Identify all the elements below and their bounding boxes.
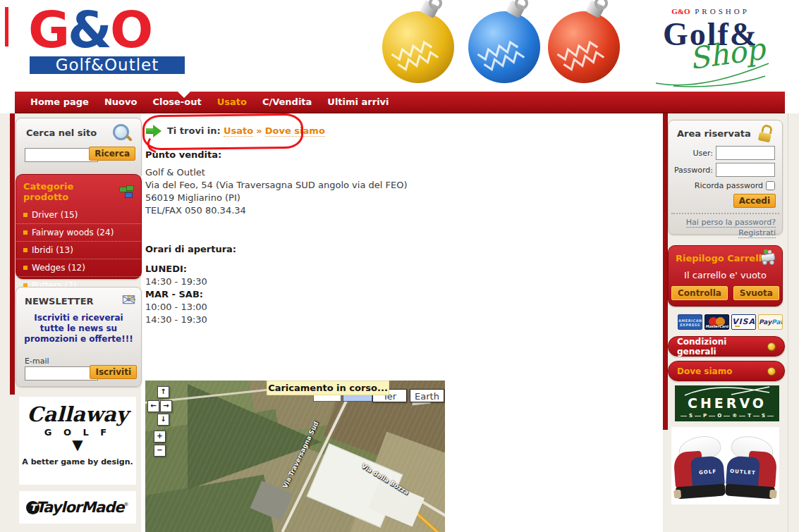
categories-title: Categorie prodotto [23, 181, 119, 202]
remember-row: Ricorda password [695, 181, 775, 190]
hours-line: 14:30 - 19:30 [145, 276, 357, 288]
nav-item-cvendita[interactable]: C/Vendita [255, 97, 319, 107]
chervo-letter: O [717, 413, 721, 419]
chervo-letter: S [689, 413, 693, 419]
category-item-wedges[interactable]: Wedges (12) [16, 259, 141, 277]
category-item-ibridi[interactable]: Ibridi (13) [16, 242, 141, 259]
map-pan-down[interactable]: ↓ [157, 414, 169, 426]
hours-line: LUNEDI: [145, 263, 357, 276]
hours-line: 14:30 - 19:30 [145, 314, 357, 326]
category-label: Driver (15) [32, 210, 78, 220]
site-logo[interactable]: G&O Golf&Outlet [28, 3, 185, 74]
paypal-text: PayPal [759, 315, 782, 329]
category-label: Wedges (12) [32, 263, 85, 273]
hours-heading: Orari di apertura: [145, 244, 236, 254]
search-input[interactable] [25, 148, 98, 162]
map-zoom-in[interactable]: + [154, 431, 166, 443]
login-title: Area riservata [677, 128, 751, 139]
callaway-name: Callaway [19, 402, 136, 426]
subscribe-button[interactable]: Iscriviti [90, 365, 137, 379]
ball-zigzag [468, 11, 540, 83]
bullet-icon [23, 213, 28, 217]
proshop-flourish [652, 62, 772, 87]
cart-buttons: Controlla Svuota [669, 286, 782, 300]
bullet-icon [23, 266, 28, 270]
golf-shoes-image: GOLF OUTLET [671, 427, 779, 505]
chervo-letter: ® [732, 413, 737, 419]
visa-gold-mark [735, 326, 740, 327]
register-link[interactable]: Registrati [738, 228, 776, 237]
map-pan-up[interactable]: ↑ [157, 386, 169, 398]
callaway-tagline: A better game by design. [19, 457, 136, 466]
cart-icon [760, 249, 776, 265]
visa-text: VISA [732, 315, 755, 329]
map-pan-left[interactable]: ← [147, 400, 159, 412]
shoe-heel-tip [769, 490, 777, 499]
cart-clear-button[interactable]: Svuota [733, 286, 779, 300]
hours-line: MAR - SAB: [145, 288, 357, 301]
chervo-logo: CHERVO S P O ® T S [675, 385, 779, 421]
shoe-right: OUTLET [725, 434, 779, 500]
password-input[interactable] [716, 163, 775, 177]
christmas-ball-gold [382, 11, 454, 83]
search-button[interactable]: Ricerca [89, 147, 135, 161]
where-we-are-button[interactable]: Dove siamo [668, 361, 785, 381]
cart-box: Riepilogo Carrello Il carrello e' vuoto … [668, 245, 783, 307]
map-zoom-out[interactable]: − [154, 445, 166, 457]
newsletter-promo: Iscriviti e riceverai tutte le news su p… [23, 313, 134, 345]
chervo-line [695, 416, 701, 416]
category-label: Ibridi (13) [32, 245, 73, 255]
user-input[interactable] [716, 146, 775, 160]
conditions-label: Condizioni generali [677, 337, 767, 357]
forgot-password-link[interactable]: Hai perso la password? [686, 218, 776, 227]
newsletter-box: NEWSLETTER ✉✎ Iscriviti e riceverai tutt… [16, 287, 142, 387]
conditions-button[interactable]: Condizioni generali [668, 336, 785, 357]
nav-item-closeout[interactable]: Close-out [145, 97, 209, 107]
map-pan-right[interactable]: → [160, 400, 172, 412]
header-red-accent [5, 7, 8, 47]
yellow-dot-icon [767, 367, 776, 376]
store-heading: Punto vendita: [145, 149, 221, 160]
main-navigation: Home page Nuovo Close-out Usato C/Vendit… [15, 92, 785, 113]
shoe-navy-panel: OUTLET [726, 456, 760, 488]
proshop-word: PROSHOP [695, 7, 750, 16]
forgot-password-label: Hai perso la password? [686, 218, 776, 228]
bullet-icon [23, 248, 28, 252]
category-item-driver[interactable]: Driver (15) [16, 206, 141, 224]
nav-item-usato[interactable]: Usato [209, 97, 255, 107]
christmas-ball-red [548, 11, 620, 83]
amex-text: EXPRESS [678, 323, 702, 327]
chervo-sub: S P O ® T S [675, 411, 779, 419]
category-label: Fairway woods (24) [32, 228, 114, 237]
proshop-topline: G&O PROSHOP [638, 7, 783, 16]
email-input[interactable] [25, 366, 98, 381]
store-name: Golf & Outlet [145, 166, 540, 179]
nav-item-ultimi-arrivi[interactable]: Ultimi arrivi [319, 97, 396, 107]
map[interactable]: Via Traversagna Sud Via della Bozza ↑ ← … [145, 381, 445, 532]
payment-methods: AMERICAN EXPRESS MasterCard VISA PayPal [678, 314, 783, 330]
proshop-logo: G&O PROSHOP Golf& Shop [638, 7, 783, 88]
search-box: Cerca nel sito Ricerca [16, 118, 142, 180]
logo-letter-o: O [110, 0, 151, 59]
cart-wheel [769, 260, 774, 265]
nav-active-notch [178, 92, 190, 98]
right-edge-line [788, 113, 788, 532]
map-loading-banner: Caricamento in corso... [267, 381, 389, 395]
chervo-letter: S [762, 413, 765, 419]
nav-item-nuovo[interactable]: Nuovo [97, 97, 145, 107]
ball-zigzag [382, 11, 454, 83]
sitemap-icon [119, 185, 134, 198]
login-button[interactable]: Accedi [733, 194, 776, 208]
map-type-earth-button[interactable]: Earth [410, 389, 444, 402]
category-item-fairway[interactable]: Fairway woods (24) [16, 224, 141, 242]
cart-check-button[interactable]: Controlla [671, 286, 728, 300]
cart-title: Riepilogo Carrello [676, 253, 768, 264]
mail-icon: ✉✎ [121, 290, 135, 310]
store-phone: TEL/FAX 050 80.34.34 [145, 204, 540, 217]
remember-password-checkbox[interactable] [766, 181, 775, 190]
taylormade-logo: T TaylorMade ® [19, 491, 136, 524]
nav-item-home[interactable]: Home page [23, 97, 97, 107]
logo-letter-g: G [28, 0, 68, 59]
christmas-ball-blue [468, 11, 540, 83]
where-we-are-label: Dove siamo [677, 366, 732, 376]
